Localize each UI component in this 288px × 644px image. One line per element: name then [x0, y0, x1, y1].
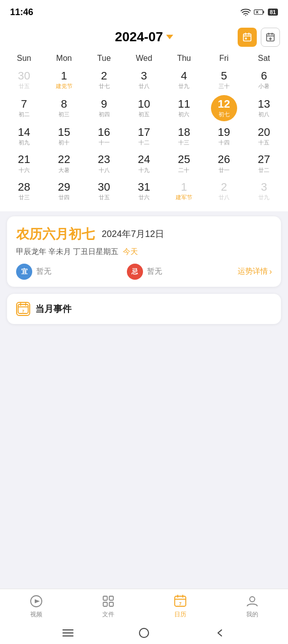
- lunar-title: 农历六月初七: [16, 225, 95, 243]
- status-icons: 81: [241, 8, 278, 16]
- auspicious-icon: 宜: [16, 264, 32, 280]
- nav-item-calendar[interactable]: 7 日历: [173, 594, 187, 619]
- nav-items: 视频 文件 7: [0, 589, 288, 622]
- battery-icon: [254, 9, 265, 16]
- calendar-day-27[interactable]: 27廿二: [244, 151, 284, 176]
- inauspicious-text: 暂无: [147, 267, 162, 276]
- calendar-day-21[interactable]: 21十六: [4, 151, 44, 176]
- calendar-day-19[interactable]: 19十四: [204, 124, 244, 148]
- calendar-day-1[interactable]: 1建党节: [44, 68, 84, 92]
- video-icon: [29, 594, 43, 608]
- calendar-day-3[interactable]: 3廿八: [124, 68, 164, 92]
- calendar-day-2[interactable]: 2廿七: [84, 68, 124, 92]
- nav-label-video: 视频: [30, 610, 42, 619]
- svg-marker-22: [35, 599, 40, 603]
- calendar-day-18[interactable]: 18十三: [164, 124, 204, 148]
- svg-rect-23: [103, 596, 107, 600]
- auspicious-text: 暂无: [36, 267, 51, 276]
- calendar-day-20[interactable]: 20十五: [244, 124, 284, 148]
- calendar-nav-icon: 7: [173, 594, 187, 608]
- calendar-day-11[interactable]: 11初六: [164, 95, 204, 121]
- calendar-section: 2024-07: [0, 22, 288, 211]
- calendar-day-6[interactable]: 6小暑: [244, 68, 284, 92]
- nav-item-video[interactable]: 视频: [29, 594, 43, 619]
- events-section: 7 当月事件: [7, 294, 281, 324]
- calendar-grid: 30廿五1建党节2廿七3廿八4廿九5三十6小暑7初二8初三9初四10初五11初六…: [0, 68, 288, 203]
- calendar-day-29[interactable]: 29廿四: [44, 179, 84, 203]
- weekday-sun: Sun: [4, 52, 44, 65]
- android-back-button[interactable]: [214, 627, 226, 639]
- inauspicious-icon: 忌: [127, 264, 143, 280]
- files-icon: [101, 594, 115, 608]
- info-card-subtitle: 甲辰龙年 辛未月 丁丑日星期五 今天: [16, 247, 272, 257]
- calendar-day-0[interactable]: 30廿五: [4, 68, 44, 92]
- events-calendar-icon: 7: [16, 302, 30, 316]
- svg-text:7: 7: [22, 309, 25, 313]
- solar-date: 2024年7月12日: [102, 228, 164, 240]
- weekday-mon: Mon: [44, 52, 84, 65]
- fortune-link[interactable]: 运势详情 ›: [238, 267, 272, 276]
- status-bar: 11:46 81: [0, 0, 288, 22]
- month-title[interactable]: 2024-07: [115, 29, 173, 45]
- battery-level: 81: [268, 9, 278, 16]
- bottom-nav: 视频 文件 7: [0, 589, 288, 644]
- weekday-tue: Tue: [84, 52, 124, 65]
- calendar-day-22[interactable]: 22大暑: [44, 151, 84, 176]
- weekday-sat: Sat: [244, 52, 284, 65]
- android-home-button[interactable]: [138, 627, 150, 639]
- calendar-day-26[interactable]: 26廿一: [204, 151, 244, 176]
- calendar-day-13[interactable]: 13初八: [244, 95, 284, 121]
- calendar-day-4[interactable]: 4廿九: [164, 68, 204, 92]
- add-event-button[interactable]: [261, 28, 280, 47]
- calendar-day-15[interactable]: 15初十: [44, 124, 84, 148]
- svg-rect-1: [254, 10, 263, 14]
- svg-rect-5: [244, 34, 251, 41]
- calendar-day-17[interactable]: 17十二: [124, 124, 164, 148]
- calendar-day-12[interactable]: 12初七: [211, 95, 237, 121]
- add-event-icon: [265, 32, 275, 42]
- calendar-day-34[interactable]: 3廿九: [244, 179, 284, 203]
- android-menu-button[interactable]: [62, 627, 74, 639]
- svg-point-36: [139, 628, 149, 637]
- calendar-day-25[interactable]: 25二十: [164, 151, 204, 176]
- nav-label-files: 文件: [102, 610, 114, 619]
- nav-label-profile: 我的: [246, 610, 258, 619]
- calendar-day-28[interactable]: 28廿三: [4, 179, 44, 203]
- calendar-day-24[interactable]: 24十九: [124, 151, 164, 176]
- weekday-wed: Wed: [124, 52, 164, 65]
- weekday-fri: Fri: [204, 52, 244, 65]
- info-card-top: 农历六月初七 2024年7月12日: [16, 225, 272, 243]
- calendar-day-14[interactable]: 14初九: [4, 124, 44, 148]
- calendar-day-9[interactable]: 9初四: [84, 95, 124, 121]
- svg-rect-2: [263, 11, 264, 14]
- header-actions: [238, 28, 280, 47]
- nav-item-files[interactable]: 文件: [101, 594, 115, 619]
- weekday-row: Sun Mon Tue Wed Thu Fri Sat: [0, 50, 288, 68]
- calendar-day-10[interactable]: 10初五: [124, 95, 164, 121]
- svg-text:7: 7: [179, 601, 181, 606]
- calendar-today-button[interactable]: [238, 28, 257, 47]
- calendar-day-32[interactable]: 1建军节: [164, 179, 204, 203]
- calendar-day-30[interactable]: 30廿五: [84, 179, 124, 203]
- calendar-day-23[interactable]: 23十八: [84, 151, 124, 176]
- info-card: 农历六月初七 2024年7月12日 甲辰龙年 辛未月 丁丑日星期五 今天 宜 暂…: [7, 216, 281, 287]
- calendar-day-7[interactable]: 7初二: [4, 95, 44, 121]
- inauspicious-badge: 忌 暂无: [127, 264, 238, 280]
- calendar-header: 2024-07: [0, 22, 288, 50]
- wifi-icon: [241, 8, 251, 16]
- calendar-day-33[interactable]: 2廿八: [204, 179, 244, 203]
- nav-item-profile[interactable]: 我的: [245, 594, 259, 619]
- today-label: 今天: [123, 247, 138, 256]
- calendar-day-8[interactable]: 8初三: [44, 95, 84, 121]
- profile-icon: [245, 594, 259, 608]
- android-nav: [0, 622, 288, 644]
- calendar-day-5[interactable]: 5三十: [204, 68, 244, 92]
- calendar-icon: [242, 32, 252, 42]
- svg-point-0: [245, 15, 246, 16]
- weekday-thu: Thu: [164, 52, 204, 65]
- status-time: 11:46: [10, 7, 33, 18]
- events-header: 7 当月事件: [16, 302, 272, 316]
- calendar-day-31[interactable]: 31廿六: [124, 179, 164, 203]
- svg-rect-26: [109, 602, 113, 606]
- calendar-day-16[interactable]: 16十一: [84, 124, 124, 148]
